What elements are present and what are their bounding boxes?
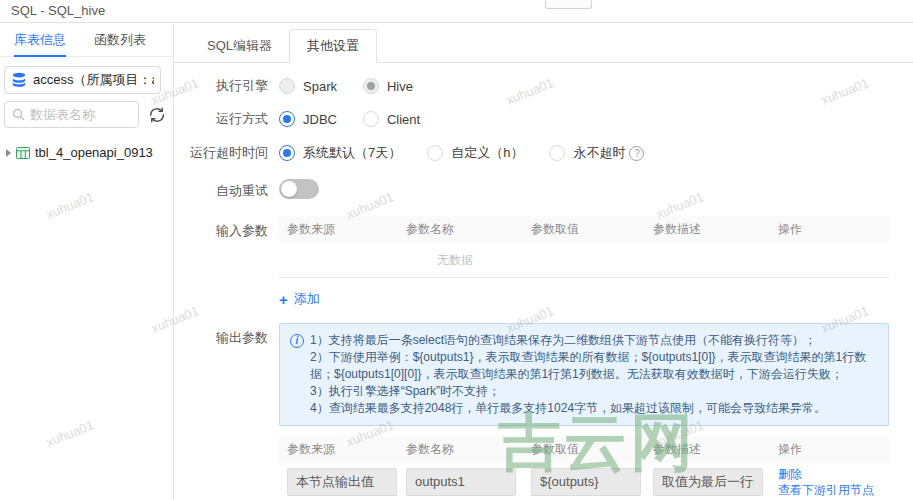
database-select-value: access（所属项目：ac [33, 71, 154, 89]
radio-spark[interactable]: Spark [279, 78, 337, 94]
run-mode-label: 运行方式 [174, 110, 268, 128]
help-icon[interactable]: ? [629, 146, 644, 161]
tab-sql-editor[interactable]: SQL编辑器 [190, 30, 289, 62]
database-select[interactable]: access（所属项目：ac [4, 66, 161, 94]
col-desc: 参数描述 [645, 221, 770, 238]
engine-label: 执行引擎 [174, 77, 268, 95]
input-params-label: 输入参数 [174, 216, 268, 240]
delete-link[interactable]: 删除 [778, 466, 889, 482]
tree-item-label: tbl_4_openapi_0913 [35, 145, 153, 160]
radio-hive[interactable]: Hive [363, 78, 413, 94]
run-mode-row: 运行方式 JDBC Client [174, 110, 889, 128]
editor-tabs: SQL编辑器 其他设置 [174, 24, 913, 63]
radio-client[interactable]: Client [363, 111, 420, 127]
sidebar-tabs: 库表信息 函数列表 [0, 24, 173, 57]
radio-timeout-default[interactable]: 系统默认（7天） [279, 144, 401, 162]
radio-circle-custom [427, 145, 443, 161]
radio-circle-jdbc [279, 111, 295, 127]
output-params-notes: i 1）支持将最后一条select语句的查询结果保存为二维数组供下游节点使用（不… [279, 323, 889, 426]
radio-jdbc[interactable]: JDBC [279, 111, 337, 127]
toggle-knob [281, 181, 297, 197]
info-icon: i [290, 334, 304, 348]
sidebar: 库表信息 函数列表 access（所属项目：ac [0, 24, 174, 500]
auto-retry-row: 自动重试 [174, 179, 889, 203]
caret-right-icon[interactable] [6, 149, 11, 157]
tree-item-table[interactable]: tbl_4_openapi_0913 [0, 145, 173, 160]
radio-circle-default [279, 145, 295, 161]
note-line: 3）执行引擎选择“Spark”时不支持； [310, 383, 876, 400]
radio-label-custom: 自定义（h） [451, 144, 523, 162]
radio-label-hive: Hive [387, 79, 413, 94]
output-params-row: 输出参数 i 1）支持将最后一条select语句的查询结果保存为二维数组供下游节… [174, 323, 889, 500]
radio-label-never: 永不超时 [573, 144, 625, 162]
col-source: 参数来源 [279, 221, 398, 238]
col-value: 参数取值 [523, 221, 645, 238]
partial-toolbar-button[interactable] [545, 0, 592, 9]
output-params-header: 参数来源 参数名称 参数取值 参数描述 操作 [279, 436, 889, 463]
add-input-param-label: 添加 [294, 290, 320, 308]
output-desc-input[interactable] [653, 468, 763, 496]
col-source: 参数来源 [279, 441, 398, 458]
settings-form: 执行引擎 Spark Hive 运行方式 JDBC [174, 63, 913, 500]
window-title: SQL - SQL_hive [11, 3, 105, 18]
timeout-row: 运行超时时间 系统默认（7天） 自定义（h） 永不超时 ? [174, 144, 889, 162]
col-name: 参数名称 [398, 441, 523, 458]
input-params-header: 参数来源 参数名称 参数取值 参数描述 操作 [279, 216, 889, 243]
note-line: 4）查询结果最多支持2048行，单行最多支持1024字节，如果超过该限制，可能会… [310, 400, 876, 417]
radio-circle-spark [279, 78, 295, 94]
radio-timeout-never[interactable]: 永不超时 ? [549, 144, 644, 162]
radio-label-spark: Spark [303, 79, 337, 94]
radio-label-jdbc: JDBC [303, 112, 337, 127]
radio-circle-client [363, 111, 379, 127]
window-title-bar: SQL - SQL_hive [0, 0, 913, 23]
radio-circle-never [549, 145, 565, 161]
view-downstream-link[interactable]: 查看下游引用节点 [778, 482, 889, 498]
main-panel: SQL编辑器 其他设置 执行引擎 Spark Hive 运行方式 [174, 24, 913, 500]
input-params-row: 输入参数 参数来源 参数名称 参数取值 参数描述 操作 无数据 + 添加 [174, 216, 889, 309]
radio-label-default: 系统默认（7天） [303, 144, 401, 162]
output-params-label: 输出参数 [174, 323, 268, 347]
timeout-label: 运行超时时间 [174, 144, 268, 162]
database-icon [11, 72, 27, 88]
table-search-input[interactable] [30, 107, 131, 122]
radio-label-client: Client [387, 112, 420, 127]
col-name: 参数名称 [398, 221, 523, 238]
engine-row: 执行引擎 Spark Hive [174, 77, 889, 95]
auto-retry-label: 自动重试 [174, 182, 268, 200]
search-icon [12, 108, 25, 121]
empty-placeholder: 无数据 [279, 243, 889, 277]
auto-retry-toggle[interactable] [279, 179, 319, 199]
divider [279, 277, 889, 278]
col-actions: 操作 [770, 441, 889, 458]
radio-circle-hive [363, 78, 379, 94]
table-search-box [4, 101, 139, 128]
output-value-input[interactable] [531, 468, 641, 496]
tab-other-settings[interactable]: 其他设置 [289, 29, 377, 63]
table-icon [16, 146, 30, 160]
note-line: 1）支持将最后一条select语句的查询结果保存为二维数组供下游节点使用（不能有… [310, 332, 876, 349]
radio-timeout-custom[interactable]: 自定义（h） [427, 144, 523, 162]
note-line: 2）下游使用举例：${outputs1}，表示取查询结果的所有数据；${outp… [310, 349, 876, 383]
add-input-param-button[interactable]: + 添加 [279, 290, 320, 308]
output-name-input[interactable] [406, 468, 516, 496]
col-value: 参数取值 [523, 441, 645, 458]
plus-icon: + [279, 292, 288, 307]
col-actions: 操作 [770, 221, 889, 238]
output-source-input[interactable] [287, 468, 397, 496]
output-param-row: 删除 查看下游引用节点 [279, 463, 889, 500]
refresh-icon[interactable] [147, 105, 167, 125]
col-desc: 参数描述 [645, 441, 770, 458]
sidebar-tab-tables[interactable]: 库表信息 [14, 24, 66, 56]
sidebar-tab-functions[interactable]: 函数列表 [94, 24, 146, 56]
